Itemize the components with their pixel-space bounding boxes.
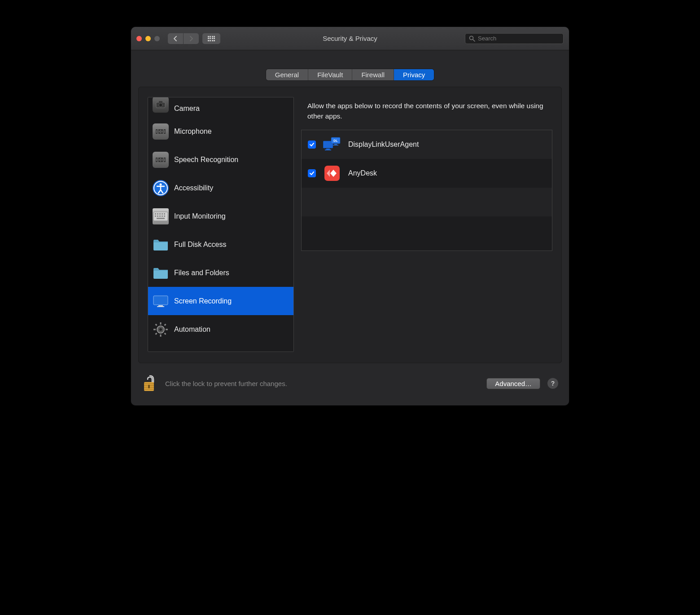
tab-firewall[interactable]: Firewall — [352, 69, 394, 80]
display-icon — [153, 293, 169, 309]
tabs: General FileVault Firewall Privacy — [266, 69, 434, 80]
svg-rect-43 — [166, 329, 168, 330]
titlebar: Security & Privacy — [131, 27, 569, 50]
forward-button[interactable] — [184, 33, 199, 44]
svg-line-1 — [473, 40, 475, 41]
detail-column: Allow the apps below to record the conte… — [301, 97, 552, 352]
app-row[interactable]: AnyDesk — [302, 159, 552, 188]
privacy-category-list[interactable]: Camera — [148, 97, 294, 352]
window-body: General FileVault Firewall Privacy Camer… — [131, 50, 569, 405]
microphone-icon — [153, 123, 169, 140]
speech-icon — [153, 152, 169, 168]
sidebar-item-label: Automation — [174, 325, 210, 334]
preferences-window: Security & Privacy General FileVault Fir… — [131, 27, 569, 405]
sidebar-item-screen-recording[interactable]: Screen Recording — [148, 287, 293, 315]
svg-rect-4 — [159, 101, 162, 103]
svg-rect-50 — [325, 149, 331, 150]
minimize-button[interactable] — [145, 36, 151, 41]
svg-rect-46 — [164, 324, 166, 326]
sidebar-item-speech-recognition[interactable]: Speech Recognition — [148, 145, 293, 174]
lock-icon[interactable] — [142, 374, 158, 393]
gear-icon — [153, 321, 169, 338]
svg-rect-49 — [326, 149, 330, 149]
tabs-row: General FileVault Firewall Privacy — [131, 50, 569, 80]
sidebar-item-label: Microphone — [174, 127, 212, 136]
camera-icon — [153, 97, 169, 113]
displaylink-app-icon: DL — [323, 136, 341, 154]
back-button[interactable] — [168, 33, 183, 44]
lock-description: Click the lock to prevent further change… — [165, 380, 287, 387]
sidebar-item-input-monitoring[interactable]: Input Monitoring — [148, 202, 293, 230]
partial-icon — [153, 347, 169, 352]
footer: Click the lock to prevent further change… — [131, 363, 569, 396]
advanced-button[interactable]: Advanced… — [486, 378, 540, 389]
app-row-empty — [302, 188, 552, 216]
sidebar-item-automation[interactable]: Automation — [148, 315, 293, 343]
detail-description: Allow the apps below to record the conte… — [301, 97, 552, 130]
svg-rect-45 — [164, 333, 166, 335]
svg-rect-24 — [155, 213, 156, 215]
app-row[interactable]: DL DisplayLinkUserAgent — [302, 130, 552, 159]
sidebar-item-microphone[interactable]: Microphone — [148, 117, 293, 145]
sidebar-item-partial[interactable] — [148, 343, 293, 352]
sidebar-item-label: Files and Folders — [174, 269, 229, 277]
sidebar-item-label: Speech Recognition — [174, 156, 238, 164]
app-checkbox[interactable] — [308, 169, 316, 177]
nav-buttons — [168, 33, 199, 44]
svg-point-3 — [159, 103, 162, 107]
search-field-wrap[interactable] — [465, 33, 564, 44]
svg-rect-31 — [159, 215, 161, 217]
keyboard-icon — [153, 208, 169, 224]
help-button[interactable]: ? — [547, 378, 558, 389]
show-all-button[interactable] — [202, 33, 220, 44]
close-button[interactable] — [136, 36, 142, 41]
sidebar-item-label: Accessibility — [174, 184, 213, 192]
sidebar-item-full-disk-access[interactable]: Full Disk Access — [148, 230, 293, 259]
window-controls — [136, 36, 160, 41]
sidebar-item-files-and-folders[interactable]: Files and Folders — [148, 259, 293, 287]
sidebar-item-accessibility[interactable]: Accessibility — [148, 174, 293, 202]
svg-rect-37 — [157, 306, 164, 307]
sidebar-item-label: Camera — [174, 105, 200, 113]
window-title: Security & Privacy — [323, 35, 377, 42]
app-checkbox[interactable] — [308, 141, 316, 149]
app-permission-table: DL DisplayLinkUserAgent — [301, 130, 552, 251]
svg-rect-42 — [153, 329, 156, 330]
sidebar-item-camera[interactable]: Camera — [148, 97, 293, 117]
app-name-label: AnyDesk — [348, 169, 377, 177]
anydesk-app-icon — [323, 164, 341, 182]
svg-rect-32 — [162, 215, 163, 217]
svg-rect-53 — [333, 145, 338, 145]
svg-point-22 — [160, 183, 162, 185]
svg-rect-35 — [153, 296, 168, 305]
sidebar-item-label: Input Monitoring — [174, 212, 226, 220]
zoom-button[interactable] — [154, 36, 160, 41]
svg-rect-61 — [149, 385, 150, 388]
tab-filevault[interactable]: FileVault — [308, 69, 352, 80]
folder-icon — [153, 265, 169, 281]
app-row-empty — [302, 216, 552, 251]
privacy-panel: Camera — [138, 87, 562, 363]
svg-rect-47 — [155, 333, 158, 335]
svg-point-0 — [470, 36, 473, 40]
search-icon — [469, 35, 475, 42]
svg-rect-41 — [160, 334, 162, 337]
tab-privacy[interactable]: Privacy — [394, 69, 434, 80]
search-input[interactable] — [478, 35, 560, 42]
svg-rect-44 — [155, 324, 158, 326]
svg-rect-33 — [164, 215, 165, 217]
svg-point-39 — [159, 328, 162, 331]
sidebar-item-label: Full Disk Access — [174, 241, 226, 249]
svg-text:DL: DL — [333, 139, 338, 142]
svg-rect-29 — [155, 215, 156, 217]
svg-rect-52 — [334, 144, 337, 145]
tab-general[interactable]: General — [266, 69, 308, 80]
svg-rect-27 — [162, 213, 163, 215]
svg-rect-25 — [157, 213, 158, 215]
svg-rect-34 — [157, 218, 165, 219]
sidebar-item-label: Screen Recording — [174, 297, 232, 305]
accessibility-icon — [153, 180, 169, 196]
svg-rect-26 — [159, 213, 161, 215]
svg-rect-30 — [157, 215, 158, 217]
svg-rect-40 — [160, 322, 162, 325]
